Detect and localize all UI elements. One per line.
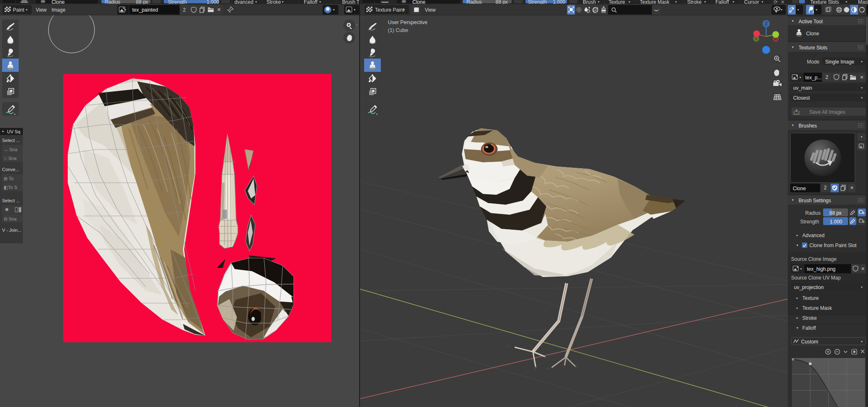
svg-text:Y: Y <box>755 37 757 41</box>
svg-text:User Perspective: User Perspective <box>388 20 427 25</box>
svg-text:X: X <box>774 37 777 41</box>
svg-text:Z: Z <box>765 21 768 26</box>
svg-text:(1) Cube: (1) Cube <box>388 27 408 33</box>
